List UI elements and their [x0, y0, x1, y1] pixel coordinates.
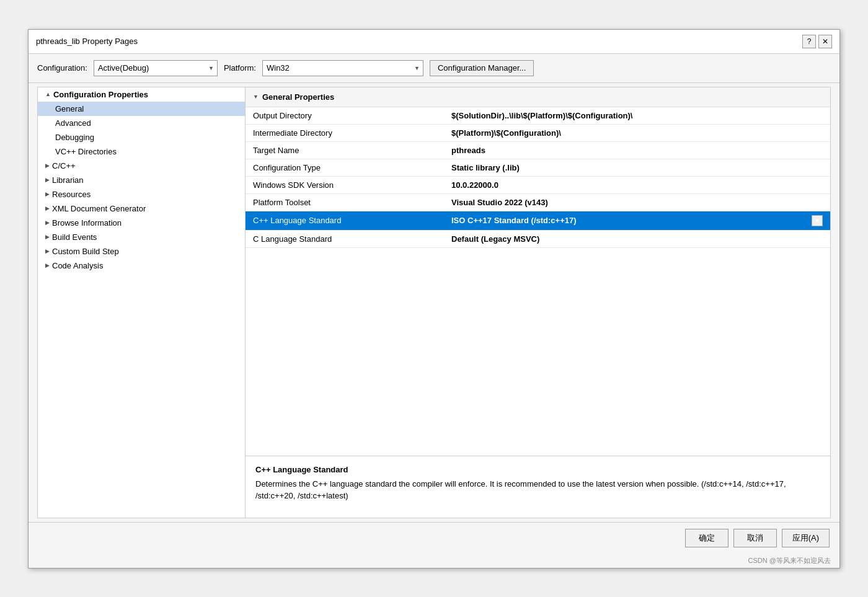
close-button[interactable]: ✕	[818, 35, 832, 48]
sidebar-item-resources[interactable]: ▶ Resources	[38, 187, 245, 201]
triangle-icon: ▶	[45, 248, 50, 254]
platform-select-wrapper[interactable]: Win32	[262, 60, 423, 76]
table-row[interactable]: Output Directory$(SolutionDir)..\lib\$(P…	[246, 107, 830, 125]
sidebar-item-xml-doc[interactable]: ▶ XML Document Generator	[38, 201, 245, 216]
prop-name-cell: Intermediate Directory	[246, 124, 444, 141]
triangle-icon: ▶	[45, 205, 50, 211]
platform-select[interactable]: Win32	[262, 60, 423, 76]
section-title: General Properties	[262, 92, 334, 102]
sidebar-item-label: Configuration Properties	[53, 90, 148, 99]
prop-name-cell: Platform Toolset	[246, 193, 444, 211]
prop-value-cell: Static library (.lib)	[444, 159, 830, 176]
triangle-icon: ▲	[45, 91, 51, 97]
content-area: ▼ General Properties Output Directory$(S…	[246, 87, 830, 518]
platform-label: Platform:	[224, 63, 256, 73]
dropdown-arrow-button[interactable]: ▼	[812, 215, 823, 226]
table-row[interactable]: Intermediate Directory$(Platform)\$(Conf…	[246, 124, 830, 141]
prop-value-cell: $(Platform)\$(Configuration)\	[444, 124, 830, 141]
triangle-icon: ▶	[45, 162, 50, 169]
prop-value-cell[interactable]: ISO C++17 Standard (/std:c++17)▼	[444, 211, 830, 230]
sidebar-item-build-events[interactable]: ▶ Build Events	[38, 230, 245, 244]
prop-value-wrapper: ISO C++17 Standard (/std:c++17)▼	[451, 215, 823, 226]
table-row[interactable]: C Language StandardDefault (Legacy MSVC)	[246, 230, 830, 247]
dialog-title: pthreads_lib Property Pages	[36, 37, 138, 46]
prop-value-cell: Visual Studio 2022 (v143)	[444, 193, 830, 211]
config-manager-button[interactable]: Configuration Manager...	[430, 60, 534, 76]
table-row[interactable]: C++ Language StandardISO C++17 Standard …	[246, 211, 830, 230]
configuration-select[interactable]: Active(Debug)	[94, 60, 218, 76]
table-row[interactable]: Configuration TypeStatic library (.lib)	[246, 159, 830, 176]
sidebar-item-label: Build Events	[52, 232, 97, 242]
table-row[interactable]: Target Namepthreads	[246, 141, 830, 159]
sidebar-item-label: C/C++	[52, 161, 76, 170]
prop-name-cell: Configuration Type	[246, 159, 444, 176]
properties-section: ▼ General Properties Output Directory$(S…	[246, 87, 830, 456]
sidebar-item-label: VC++ Directories	[55, 147, 117, 156]
title-bar: pthreads_lib Property Pages ? ✕	[29, 30, 839, 54]
description-title: C++ Language Standard	[255, 465, 820, 474]
sidebar-item-label: Debugging	[55, 133, 94, 142]
sidebar-item-label: General	[55, 104, 84, 113]
sidebar-item-advanced[interactable]: Advanced	[38, 116, 245, 130]
sidebar-item-label: Resources	[52, 190, 91, 199]
prop-name-cell: Output Directory	[246, 107, 444, 125]
sidebar-item-librarian[interactable]: ▶ Librarian	[38, 173, 245, 187]
sidebar-item-label: Browse Information	[52, 218, 122, 228]
ok-button[interactable]: 确定	[685, 529, 728, 547]
triangle-icon: ▶	[45, 262, 50, 268]
prop-value-cell: 10.0.22000.0	[444, 176, 830, 193]
sidebar-item-code-analysis[interactable]: ▶ Code Analysis	[38, 259, 245, 273]
triangle-icon: ▶	[45, 177, 50, 183]
sidebar-item-browse-info[interactable]: ▶ Browse Information	[38, 216, 245, 230]
table-row[interactable]: Windows SDK Version10.0.22000.0	[246, 176, 830, 193]
description-text: Determines the C++ language standard the…	[255, 478, 820, 502]
sidebar-item-config-props[interactable]: ▲ Configuration Properties	[38, 87, 245, 102]
sidebar-item-label: Librarian	[52, 175, 84, 185]
table-row[interactable]: Platform ToolsetVisual Studio 2022 (v143…	[246, 193, 830, 211]
prop-value-text: ISO C++17 Standard (/std:c++17)	[451, 216, 577, 225]
sidebar-item-label: Code Analysis	[52, 261, 103, 270]
config-label: Configuration:	[37, 63, 87, 73]
property-pages-dialog: pthreads_lib Property Pages ? ✕ Configur…	[28, 29, 840, 568]
sidebar-item-custom-build[interactable]: ▶ Custom Build Step	[38, 244, 245, 259]
sidebar-item-cpp[interactable]: ▶ C/C++	[38, 159, 245, 173]
triangle-icon: ▶	[45, 191, 50, 197]
prop-name-cell: Target Name	[246, 141, 444, 159]
triangle-icon: ▶	[45, 219, 50, 226]
help-button[interactable]: ?	[802, 35, 816, 48]
sidebar-item-label: XML Document Generator	[52, 204, 146, 213]
sidebar: ▲ Configuration Properties General Advan…	[38, 87, 246, 518]
prop-value-cell: pthreads	[444, 141, 830, 159]
properties-table: Output Directory$(SolutionDir)..\lib\$(P…	[246, 107, 830, 248]
apply-button[interactable]: 应用(A)	[782, 529, 830, 547]
prop-name-cell: C Language Standard	[246, 230, 444, 247]
prop-value-cell: $(SolutionDir)..\lib\$(Platform)\$(Confi…	[444, 107, 830, 125]
bottom-bar: 确定 取消 应用(A)	[29, 522, 839, 554]
config-bar: Configuration: Active(Debug) Platform: W…	[29, 54, 839, 83]
cancel-button[interactable]: 取消	[733, 529, 777, 547]
prop-name-cell: Windows SDK Version	[246, 176, 444, 193]
sidebar-item-label: Advanced	[55, 118, 91, 128]
sidebar-item-debugging[interactable]: Debugging	[38, 130, 245, 144]
section-triangle: ▼	[253, 94, 259, 100]
sidebar-item-vc-dirs[interactable]: VC++ Directories	[38, 144, 245, 159]
watermark: CSDN @等风来不如迎风去	[29, 554, 839, 568]
sidebar-item-general[interactable]: General	[38, 102, 245, 116]
prop-name-cell: C++ Language Standard	[246, 211, 444, 230]
prop-value-cell: Default (Legacy MSVC)	[444, 230, 830, 247]
description-area: C++ Language Standard Determines the C++…	[246, 456, 830, 518]
title-buttons: ? ✕	[802, 35, 832, 48]
main-area: ▲ Configuration Properties General Advan…	[37, 87, 831, 518]
section-header: ▼ General Properties	[246, 87, 830, 107]
config-select-wrapper[interactable]: Active(Debug)	[94, 60, 218, 76]
sidebar-item-label: Custom Build Step	[52, 247, 119, 256]
triangle-icon: ▶	[45, 234, 50, 240]
